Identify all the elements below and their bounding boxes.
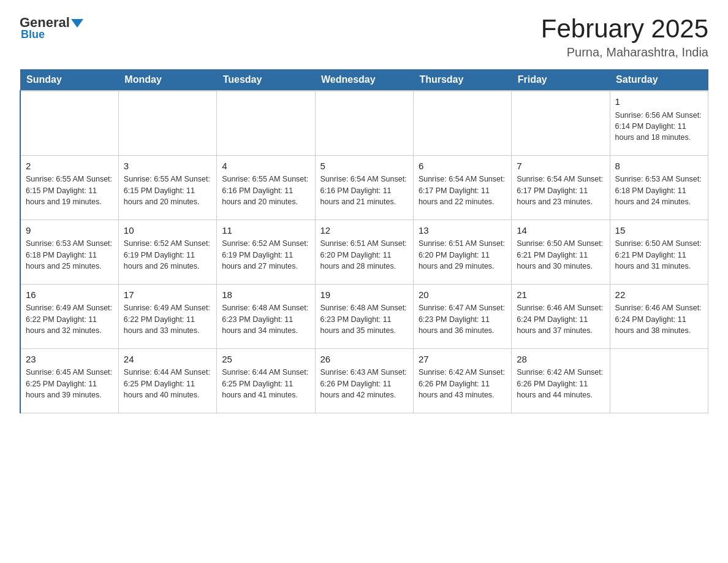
day-info: Sunrise: 6:54 AM Sunset: 6:16 PM Dayligh… [320,174,408,207]
calendar-cell: 10Sunrise: 6:52 AM Sunset: 6:19 PM Dayli… [118,220,216,284]
calendar-cell: 15Sunrise: 6:50 AM Sunset: 6:21 PM Dayli… [610,220,708,284]
day-number: 11 [222,224,309,237]
calendar-cell [512,91,610,155]
logo-blue-text: Blue [21,28,83,41]
day-info: Sunrise: 6:42 AM Sunset: 6:26 PM Dayligh… [419,367,506,400]
calendar-week-row: 9Sunrise: 6:53 AM Sunset: 6:18 PM Daylig… [20,220,708,284]
calendar-cell: 28Sunrise: 6:42 AM Sunset: 6:26 PM Dayli… [512,348,610,413]
day-number: 25 [222,353,309,366]
day-info: Sunrise: 6:48 AM Sunset: 6:23 PM Dayligh… [320,302,408,335]
day-info: Sunrise: 6:44 AM Sunset: 6:25 PM Dayligh… [222,367,309,400]
day-info: Sunrise: 6:46 AM Sunset: 6:24 PM Dayligh… [615,302,703,335]
weekday-header-tuesday: Tuesday [217,69,315,91]
day-info: Sunrise: 6:46 AM Sunset: 6:24 PM Dayligh… [517,302,604,335]
calendar-cell: 27Sunrise: 6:42 AM Sunset: 6:26 PM Dayli… [413,348,511,413]
day-number: 13 [419,224,506,237]
calendar-cell: 14Sunrise: 6:50 AM Sunset: 6:21 PM Dayli… [512,220,610,284]
day-number: 23 [26,353,113,366]
day-number: 21 [517,288,604,302]
day-number: 2 [26,159,113,173]
calendar-cell [315,91,413,155]
calendar-cell: 24Sunrise: 6:44 AM Sunset: 6:25 PM Dayli… [118,348,216,413]
day-info: Sunrise: 6:49 AM Sunset: 6:22 PM Dayligh… [124,302,211,335]
calendar-body: 1Sunrise: 6:56 AM Sunset: 6:14 PM Daylig… [20,91,708,413]
day-info: Sunrise: 6:53 AM Sunset: 6:18 PM Dayligh… [615,174,703,207]
calendar-cell [217,91,315,155]
calendar-cell: 16Sunrise: 6:49 AM Sunset: 6:22 PM Dayli… [20,284,118,348]
day-number: 7 [517,159,604,173]
day-number: 15 [615,224,703,237]
calendar-cell: 25Sunrise: 6:44 AM Sunset: 6:25 PM Dayli… [217,348,315,413]
day-number: 19 [320,288,408,302]
day-info: Sunrise: 6:52 AM Sunset: 6:19 PM Dayligh… [124,238,211,271]
page-header: General Blue February 2025 Purna, Mahara… [20,15,708,59]
day-number: 22 [615,288,703,302]
day-number: 28 [517,353,604,366]
calendar-subtitle: Purna, Maharashtra, India [541,45,708,59]
weekday-header-saturday: Saturday [610,69,708,91]
calendar-title: February 2025 [541,15,708,43]
day-info: Sunrise: 6:43 AM Sunset: 6:26 PM Dayligh… [320,367,408,400]
title-area: February 2025 Purna, Maharashtra, India [541,15,708,59]
weekday-header-thursday: Thursday [413,69,511,91]
calendar-cell: 1Sunrise: 6:56 AM Sunset: 6:14 PM Daylig… [610,91,708,155]
calendar-cell: 12Sunrise: 6:51 AM Sunset: 6:20 PM Dayli… [315,220,413,284]
calendar-cell: 22Sunrise: 6:46 AM Sunset: 6:24 PM Dayli… [610,284,708,348]
day-info: Sunrise: 6:47 AM Sunset: 6:23 PM Dayligh… [419,302,506,335]
day-info: Sunrise: 6:56 AM Sunset: 6:14 PM Dayligh… [615,110,703,143]
weekday-row: SundayMondayTuesdayWednesdayThursdayFrid… [20,69,708,91]
calendar-cell [118,91,216,155]
calendar-cell: 2Sunrise: 6:55 AM Sunset: 6:15 PM Daylig… [20,155,118,220]
weekday-header-friday: Friday [512,69,610,91]
day-number: 26 [320,353,408,366]
calendar-cell: 9Sunrise: 6:53 AM Sunset: 6:18 PM Daylig… [20,220,118,284]
calendar-cell: 6Sunrise: 6:54 AM Sunset: 6:17 PM Daylig… [413,155,511,220]
day-number: 20 [419,288,506,302]
calendar-header: SundayMondayTuesdayWednesdayThursdayFrid… [20,69,708,91]
day-number: 16 [26,288,113,302]
logo: General Blue [20,15,83,41]
calendar-cell: 20Sunrise: 6:47 AM Sunset: 6:23 PM Dayli… [413,284,511,348]
day-info: Sunrise: 6:53 AM Sunset: 6:18 PM Dayligh… [26,238,113,271]
calendar-cell: 7Sunrise: 6:54 AM Sunset: 6:17 PM Daylig… [512,155,610,220]
calendar-cell: 17Sunrise: 6:49 AM Sunset: 6:22 PM Dayli… [118,284,216,348]
day-info: Sunrise: 6:51 AM Sunset: 6:20 PM Dayligh… [419,238,506,271]
day-info: Sunrise: 6:50 AM Sunset: 6:21 PM Dayligh… [517,238,604,271]
day-number: 12 [320,224,408,237]
day-number: 9 [26,224,113,237]
calendar-cell: 21Sunrise: 6:46 AM Sunset: 6:24 PM Dayli… [512,284,610,348]
calendar-cell: 19Sunrise: 6:48 AM Sunset: 6:23 PM Dayli… [315,284,413,348]
day-info: Sunrise: 6:44 AM Sunset: 6:25 PM Dayligh… [124,367,211,400]
day-info: Sunrise: 6:55 AM Sunset: 6:16 PM Dayligh… [222,174,309,207]
calendar-cell [20,91,118,155]
day-number: 24 [124,353,211,366]
calendar-cell: 23Sunrise: 6:45 AM Sunset: 6:25 PM Dayli… [20,348,118,413]
day-info: Sunrise: 6:54 AM Sunset: 6:17 PM Dayligh… [419,174,506,207]
day-number: 10 [124,224,211,237]
calendar-cell: 18Sunrise: 6:48 AM Sunset: 6:23 PM Dayli… [217,284,315,348]
day-info: Sunrise: 6:49 AM Sunset: 6:22 PM Dayligh… [26,302,113,335]
calendar-week-row: 23Sunrise: 6:45 AM Sunset: 6:25 PM Dayli… [20,348,708,413]
calendar-cell: 4Sunrise: 6:55 AM Sunset: 6:16 PM Daylig… [217,155,315,220]
calendar-cell [413,91,511,155]
calendar-week-row: 16Sunrise: 6:49 AM Sunset: 6:22 PM Dayli… [20,284,708,348]
calendar-week-row: 1Sunrise: 6:56 AM Sunset: 6:14 PM Daylig… [20,91,708,155]
calendar-cell: 11Sunrise: 6:52 AM Sunset: 6:19 PM Dayli… [217,220,315,284]
day-number: 27 [419,353,506,366]
calendar-cell: 8Sunrise: 6:53 AM Sunset: 6:18 PM Daylig… [610,155,708,220]
calendar-cell: 3Sunrise: 6:55 AM Sunset: 6:15 PM Daylig… [118,155,216,220]
day-info: Sunrise: 6:50 AM Sunset: 6:21 PM Dayligh… [615,238,703,271]
day-info: Sunrise: 6:54 AM Sunset: 6:17 PM Dayligh… [517,174,604,207]
weekday-header-wednesday: Wednesday [315,69,413,91]
calendar-cell: 13Sunrise: 6:51 AM Sunset: 6:20 PM Dayli… [413,220,511,284]
calendar-table: SundayMondayTuesdayWednesdayThursdayFrid… [20,69,708,413]
day-number: 5 [320,159,408,173]
day-info: Sunrise: 6:55 AM Sunset: 6:15 PM Dayligh… [124,174,211,207]
day-number: 14 [517,224,604,237]
day-number: 3 [124,159,211,173]
day-number: 8 [615,159,703,173]
day-info: Sunrise: 6:52 AM Sunset: 6:19 PM Dayligh… [222,238,309,271]
day-number: 17 [124,288,211,302]
calendar-cell: 5Sunrise: 6:54 AM Sunset: 6:16 PM Daylig… [315,155,413,220]
day-info: Sunrise: 6:51 AM Sunset: 6:20 PM Dayligh… [320,238,408,271]
